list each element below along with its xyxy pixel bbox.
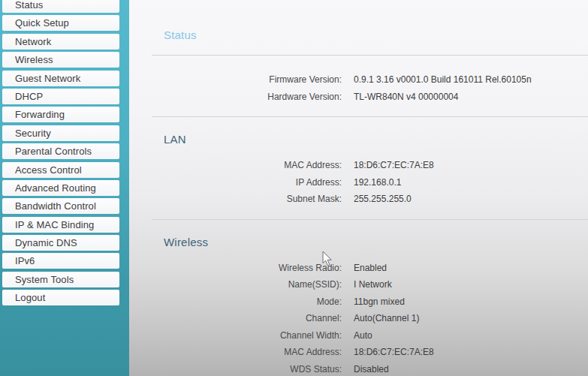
sidebar-item-label: Logout [15, 292, 45, 303]
info-row: WDS Status: Disabled [129, 361, 588, 376]
router-admin-page: Status Quick Setup Network Wireless Gues… [0, 0, 588, 376]
sidebar-item-label: Dynamic DNS [15, 237, 77, 248]
sidebar-item-logout[interactable]: Logout [2, 290, 119, 305]
section-divider [152, 55, 588, 56]
sidebar-item-label: Forwarding [15, 109, 65, 120]
sidebar-item-label: Access Control [15, 164, 82, 176]
sidebar-item-label: Bandwidth Control [15, 200, 96, 212]
field-label: MAC Address: [129, 157, 342, 174]
sidebar-item-ip-mac-binding[interactable]: IP & MAC Binding [2, 217, 119, 233]
info-row: Firmware Version: 0.9.1 3.16 v0001.0 Bui… [129, 71, 588, 89]
sidebar-item-access-control[interactable]: Access Control [2, 162, 119, 178]
sidebar-item-label: Status [15, 0, 43, 11]
sidebar-item-ipv6[interactable]: IPv6 [2, 253, 119, 269]
section-title-status: Status [164, 29, 588, 42]
field-label: Hardware Version: [129, 89, 342, 106]
sidebar-item-label: Wireless [15, 54, 53, 65]
sidebar-item-system-tools[interactable]: System Tools [2, 272, 119, 287]
sidebar-item-label: IP & MAC Binding [15, 219, 94, 230]
sidebar-item-status[interactable]: Status [2, 0, 119, 13]
field-value: TL-WR840N v4 00000004 [354, 89, 458, 106]
info-row: Subnet Mask: 255.255.255.0 [129, 191, 588, 208]
section-rows: MAC Address: 18:D6:C7:EC:7A:E8 IP Addres… [129, 157, 588, 208]
section-rows: Wireless Radio: Enabled Name(SSID): I Ne… [129, 260, 588, 376]
sidebar-menu: Status Quick Setup Network Wireless Gues… [2, 0, 119, 308]
section-wireless: Wireless Wireless Radio: Enabled Name(SS… [129, 219, 588, 376]
field-label: Channel: [129, 310, 342, 327]
sidebar-item-label: Parental Controls [15, 146, 92, 157]
sidebar-item-label: Guest Network [15, 73, 80, 84]
info-row: Channel Width: Auto [129, 327, 588, 344]
info-row: MAC Address: 18:D6:C7:EC:7A:E8 [129, 157, 588, 174]
field-label: Channel Width: [129, 327, 342, 344]
section-title-lan: LAN [164, 133, 588, 146]
field-label: Mode: [129, 293, 342, 311]
sidebar: Status Quick Setup Network Wireless Gues… [0, 0, 129, 376]
field-value: 192.168.0.1 [354, 174, 401, 191]
section-title-wireless: Wireless [164, 236, 588, 249]
info-row: Wireless Radio: Enabled [129, 260, 588, 277]
sidebar-item-forwarding[interactable]: Forwarding [2, 107, 119, 122]
field-value: 0.9.1 3.16 v0001.0 Build 161011 Rel.6010… [354, 71, 532, 89]
sidebar-item-advanced-routing[interactable]: Advanced Routing [2, 180, 119, 196]
sidebar-item-label: IPv6 [15, 255, 35, 266]
sidebar-item-bandwidth-control[interactable]: Bandwidth Control [2, 198, 119, 214]
sidebar-item-guest-network[interactable]: Guest Network [2, 71, 119, 86]
field-value: I Network [354, 276, 392, 293]
section-rows: Firmware Version: 0.9.1 3.16 v0001.0 Bui… [129, 71, 588, 105]
field-label: WDS Status: [129, 361, 342, 376]
field-value: Auto(Channel 1) [354, 310, 419, 327]
sidebar-item-dhcp[interactable]: DHCP [2, 89, 119, 104]
field-value: Enabled [354, 260, 387, 277]
sidebar-item-label: DHCP [15, 91, 43, 102]
field-value: 11bgn mixed [354, 293, 405, 311]
info-row: Hardware Version: TL-WR840N v4 00000004 [129, 89, 588, 106]
field-label: MAC Address: [129, 344, 342, 361]
info-row: Name(SSID): I Network [129, 276, 588, 293]
info-row: IP Address: 192.168.0.1 [129, 174, 588, 191]
field-label: Subnet Mask: [129, 191, 342, 208]
sidebar-item-wireless[interactable]: Wireless [2, 52, 119, 68]
section-divider [152, 116, 588, 117]
sidebar-item-label: Security [15, 128, 51, 139]
sidebar-item-quick-setup[interactable]: Quick Setup [2, 15, 119, 31]
sidebar-item-label: System Tools [15, 274, 74, 285]
field-value: Auto [354, 327, 372, 344]
field-label: Wireless Radio: [129, 260, 342, 277]
sidebar-item-label: Advanced Routing [15, 182, 96, 194]
field-value: 18:D6:C7:EC:7A:E8 [354, 157, 434, 174]
sidebar-item-label: Network [15, 36, 51, 47]
info-row: Channel: Auto(Channel 1) [129, 310, 588, 327]
section-lan: LAN MAC Address: 18:D6:C7:EC:7A:E8 IP Ad… [129, 116, 588, 208]
field-label: Name(SSID): [129, 276, 342, 293]
info-row: MAC Address: 18:D6:C7:EC:7A:E8 [129, 344, 588, 361]
section-status: Status Firmware Version: 0.9.1 3.16 v000… [129, 29, 588, 105]
sidebar-item-label: Quick Setup [15, 17, 69, 29]
info-row: Mode: 11bgn mixed [129, 293, 588, 311]
field-label: Firmware Version: [129, 71, 342, 89]
section-divider [152, 219, 588, 220]
main-content: Status Firmware Version: 0.9.1 3.16 v000… [129, 0, 588, 376]
sidebar-item-parental-controls[interactable]: Parental Controls [2, 143, 119, 159]
sidebar-item-network[interactable]: Network [2, 34, 119, 50]
field-value: 18:D6:C7:EC:7A:E8 [354, 344, 434, 361]
field-value: Disabled [354, 361, 389, 376]
field-label: IP Address: [129, 174, 342, 191]
sidebar-item-dynamic-dns[interactable]: Dynamic DNS [2, 235, 119, 251]
field-value: 255.255.255.0 [354, 191, 412, 208]
sidebar-item-security[interactable]: Security [2, 125, 119, 141]
